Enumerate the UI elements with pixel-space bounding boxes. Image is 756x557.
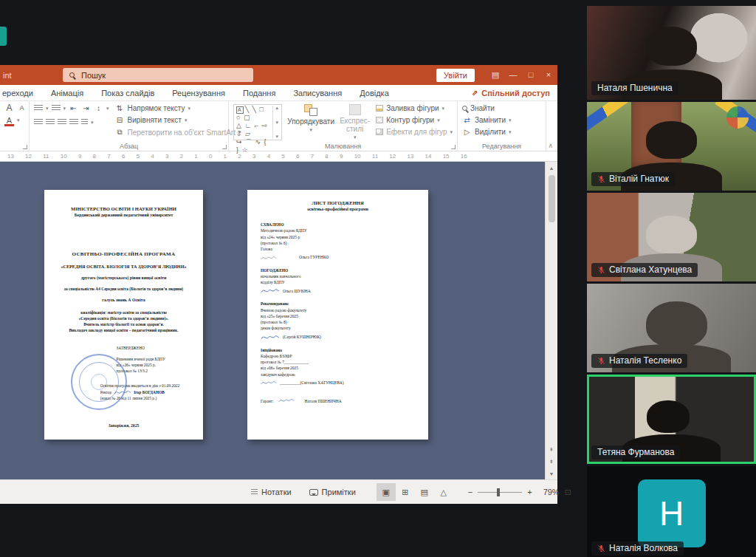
tab-animation[interactable]: Анімація — [42, 89, 92, 98]
doc-line: (Сергій КУШНІРЮК) — [283, 334, 321, 340]
tab-slideshow[interactable]: Показ слайдів — [92, 89, 163, 98]
line-spacing-icon[interactable]: ↕ — [94, 104, 103, 112]
name-tag: Наталія Волкова — [591, 541, 684, 556]
shape-fill-button[interactable]: Заливка фігури ▾ — [376, 104, 453, 112]
screen-edge-indicator[interactable] — [0, 27, 7, 46]
align-center-icon[interactable] — [46, 119, 55, 126]
zoom-in-icon[interactable]: + — [527, 488, 532, 496]
doc-line: Гарант: — [261, 399, 274, 403]
find-button[interactable]: Знайти — [462, 104, 512, 112]
tab-recording[interactable]: Записування — [284, 89, 351, 98]
bullets-icon[interactable] — [34, 105, 43, 112]
tab-help[interactable]: Довідка — [351, 89, 398, 98]
next-slide-icon[interactable]: ⇟ — [546, 456, 558, 468]
doc-line: відділу БДПУ — [261, 279, 415, 285]
participant-tile[interactable]: Н Наталія Волкова — [587, 466, 756, 557]
participant-tile[interactable]: Наталя Пшенична — [587, 6, 756, 100]
shape-effects-button[interactable]: Ефекти для фігур ▾ — [376, 128, 453, 136]
chevron-down-icon[interactable]: ▾ — [63, 106, 66, 112]
arrange-label: Упорядкувати — [287, 117, 334, 126]
participant-tile[interactable]: Світлана Хатунцева — [587, 193, 756, 281]
chevron-down-icon[interactable]: ▾ — [91, 120, 94, 126]
replace-button[interactable]: ⇄ Замінити ▾ — [462, 116, 512, 124]
participant-name: Віталій Гнатюк — [609, 174, 669, 184]
doc-line: другого (магістерського) рівня вищої осв… — [50, 276, 197, 280]
shapes-gallery[interactable]: A╲ ╲ □ ○ ▢ △ ∟ ⌐ ⇨ ⇩ ▱ ↪ ⌒ ∿ { } ☆ ▲ ▼ ▼ — [233, 104, 282, 140]
shape-effects-label: Ефекти для фігур — [386, 128, 447, 136]
gallery-down-icon[interactable]: ▼ — [275, 120, 279, 125]
doc-line: протокол № 7____________ — [261, 359, 415, 365]
dialog-launcher-icon[interactable] — [451, 145, 456, 149]
slide-canvas[interactable]: МІНІСТЕРСТВО ОСВІТИ І НАУКИ УКРАЇНИ Берд… — [0, 162, 557, 479]
participant-tile-active-speaker[interactable]: Тетяна Фурманова — [587, 375, 756, 464]
select-button[interactable]: ▷ Виділити ▾ — [462, 128, 512, 136]
doc-line: Кафедрою БЗЛФР — [261, 353, 415, 359]
fit-to-window-icon[interactable]: ⊡ — [565, 488, 571, 497]
tab-perekhody[interactable]: ереходи — [0, 89, 42, 98]
shapes-row[interactable]: △ ∟ ⌐ ⇨ ⇩ ▱ — [236, 122, 269, 138]
share-button[interactable]: ⇗ Спільний доступ — [472, 89, 550, 98]
gallery-up-icon[interactable]: ▲ — [275, 106, 279, 110]
previous-slide-icon[interactable]: ⇞ — [546, 444, 558, 456]
scroll-up-icon[interactable]: ▲ — [546, 162, 558, 174]
name-tag: Світлана Хатунцева — [591, 263, 698, 277]
numbering-icon[interactable] — [52, 105, 61, 112]
reading-view-icon[interactable]: ▤ — [415, 483, 434, 501]
align-right-icon[interactable] — [58, 119, 66, 126]
shrink-font-icon[interactable]: A — [17, 104, 27, 112]
zoom-slider[interactable] — [478, 492, 522, 493]
increase-indent-icon[interactable]: ⇥ — [81, 104, 91, 112]
slide-sorter-icon[interactable]: ⊞ — [396, 483, 415, 501]
comments-button[interactable]: Примітки — [302, 488, 363, 496]
doc-line: Викладач закладу вищої освіти – педагогі… — [50, 327, 197, 333]
decrease-indent-icon[interactable]: ⇤ — [69, 104, 78, 112]
participant-tile[interactable]: Віталій Гнатюк — [587, 102, 756, 191]
slideshow-icon[interactable]: △ — [434, 483, 453, 501]
chevron-down-icon[interactable]: ▾ — [17, 117, 20, 123]
search-input[interactable] — [80, 70, 253, 81]
normal-view-icon[interactable]: ▣ — [377, 483, 396, 501]
scroll-down-icon[interactable]: ▼ — [546, 468, 558, 479]
align-text-icon: ⊟ — [115, 116, 125, 124]
chevron-down-icon[interactable]: ▾ — [46, 106, 49, 112]
document-title-page[interactable]: МІНІСТЕРСТВО ОСВІТИ І НАУКИ УКРАЇНИ Берд… — [44, 190, 203, 440]
chevron-down-icon[interactable]: ▾ — [106, 106, 109, 112]
justify-icon[interactable] — [69, 119, 78, 126]
collapse-ribbon-icon[interactable]: ∧ — [548, 142, 553, 149]
text-box-icon[interactable]: A — [236, 106, 244, 114]
doc-line: «СЕРЕДНЯ ОСВІТА. БІОЛОГІЯ ТА ЗДОРОВ’Я ЛЮ… — [50, 264, 197, 269]
dialog-launcher-icon[interactable] — [23, 145, 27, 149]
grow-font-icon[interactable]: A — [4, 104, 14, 112]
text-direction-button[interactable]: ⇅ Напрямок тексту ▾ — [115, 104, 241, 112]
vertical-scrollbar[interactable]: ▲ ⇞ ⇟ ▼ — [545, 162, 557, 479]
zoom-slider-handle[interactable] — [497, 488, 500, 496]
font-color-icon[interactable]: A — [4, 117, 14, 124]
replace-icon: ⇄ — [462, 116, 472, 124]
columns-icon[interactable] — [81, 119, 88, 126]
dialog-launcher-icon[interactable] — [222, 145, 227, 149]
restore-icon[interactable]: □ — [522, 65, 540, 85]
smartart-button[interactable]: ⧉ Перетворити на об'єкт SmartArt ▾ — [115, 128, 241, 137]
ribbon-display-options-icon[interactable]: ▤ — [487, 65, 504, 85]
tab-review[interactable]: Рецензування — [163, 89, 234, 98]
doc-line: кваліфікація: магістр освіти за спеціаль… — [50, 310, 197, 315]
sign-in-button[interactable]: Увійти — [436, 69, 475, 82]
zoom-out-icon[interactable]: − — [468, 488, 472, 496]
doc-line: ПОГОДЖЕНО — [261, 267, 415, 273]
minimize-icon[interactable]: — — [504, 65, 522, 85]
close-icon[interactable]: × — [540, 65, 557, 85]
scrollbar-thumb[interactable] — [549, 175, 555, 222]
gallery-more-icon[interactable]: ▼ — [275, 134, 279, 139]
participant-tile[interactable]: Наталія Тесленко — [587, 284, 756, 372]
notes-button[interactable]: Нотатки — [244, 488, 299, 496]
name-tag: Віталій Гнатюк — [591, 172, 675, 186]
document-approval-page[interactable]: ЛИСТ ПОГОДЖЕННЯ освітньо-професійної про… — [247, 190, 428, 440]
align-left-icon[interactable] — [34, 119, 43, 126]
arrange-button[interactable]: Упорядкувати ▾ — [288, 104, 334, 140]
quick-styles-button[interactable]: Експрес-стилі ▾ — [340, 104, 370, 140]
comments-icon — [309, 489, 318, 496]
align-text-button[interactable]: ⊟ Вирівняти текст ▾ — [115, 116, 241, 124]
search-box[interactable] — [63, 68, 253, 82]
tab-view[interactable]: Подання — [234, 89, 284, 98]
shape-outline-button[interactable]: Контур фігури ▾ — [376, 116, 453, 124]
